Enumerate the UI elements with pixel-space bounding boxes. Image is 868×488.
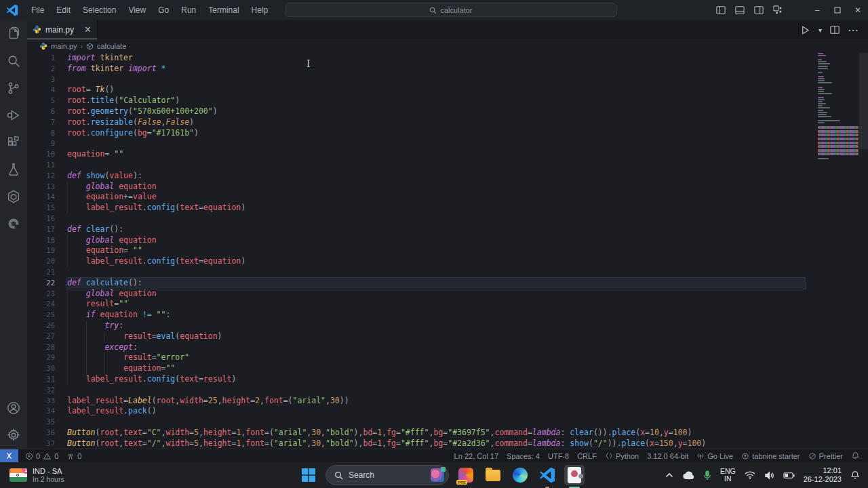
taskbar-search-box[interactable]: Search <box>326 465 449 485</box>
editor-scrollbar[interactable] <box>859 53 868 149</box>
run-python-file-button[interactable] <box>800 25 810 35</box>
code-line[interactable]: 20 label_result.config(text=equation) <box>27 256 868 267</box>
code-line[interactable]: 13 global equation <box>27 182 868 192</box>
run-dropdown-chevron-icon[interactable]: ▾ <box>818 26 822 34</box>
code-line[interactable]: 29 result="error" <box>27 352 868 363</box>
language-mode[interactable]: Python <box>601 452 643 460</box>
code-line[interactable]: 33label_result=Label(root,width=25,heigh… <box>27 396 868 407</box>
code-line[interactable]: 32 <box>27 385 868 396</box>
weather-sports-widget[interactable]: 1 IND - SA In 2 hours <box>0 467 156 483</box>
code-line[interactable]: 23 global equation <box>27 289 868 300</box>
code-line[interactable]: 14 equation+=value <box>27 192 868 203</box>
code-line[interactable]: 16 <box>27 214 868 224</box>
taskbar-clock[interactable]: 12:01 26-12-2023 <box>804 466 842 484</box>
language-indicator[interactable]: ENG IN <box>720 468 736 483</box>
toggle-panel-icon[interactable] <box>732 0 747 20</box>
code-line[interactable]: 26 try: <box>27 321 868 331</box>
m365-app-icon[interactable]: PRE <box>456 465 476 485</box>
minimap[interactable] <box>816 53 859 161</box>
code-editor[interactable]: 1import tkinter2from tkinter import *34r… <box>27 53 868 449</box>
menu-run[interactable]: Run <box>175 0 202 20</box>
tab-close-icon[interactable]: ✕ <box>84 24 92 35</box>
microphone-icon[interactable] <box>703 470 711 481</box>
notifications-bell-icon[interactable] <box>847 451 864 460</box>
onedrive-cloud-icon[interactable] <box>682 471 694 480</box>
code-line[interactable]: 27 result=eval(equation) <box>27 331 868 342</box>
tray-chevron-icon[interactable] <box>665 472 673 478</box>
code-line[interactable]: 8root.configure(bg="#17161b") <box>27 128 868 139</box>
code-line[interactable]: 18 global equation <box>27 235 868 246</box>
code-line[interactable]: 22def calculate(): <box>27 278 868 289</box>
python-interpreter[interactable]: 3.12.0 64-bit <box>643 452 692 460</box>
code-line[interactable]: 17def clear(): <box>27 224 868 235</box>
code-line[interactable]: 25 if equation != "": <box>27 310 868 321</box>
menu-edit[interactable]: Edit <box>50 0 77 20</box>
volume-icon[interactable] <box>764 471 774 480</box>
notification-bell-icon[interactable] <box>850 470 860 480</box>
code-line[interactable]: 35 <box>27 417 868 428</box>
file-explorer-icon[interactable] <box>483 465 503 485</box>
wifi-icon[interactable] <box>745 471 755 479</box>
code-line[interactable]: 24 result="" <box>27 299 868 310</box>
toggle-secondary-sidebar-icon[interactable] <box>751 0 766 20</box>
explorer-icon[interactable] <box>0 20 27 47</box>
encoding[interactable]: UTF-8 <box>544 452 573 460</box>
vscode-taskbar-icon[interactable] <box>537 465 557 485</box>
close-button[interactable]: ✕ <box>848 0 868 20</box>
container-extension-icon[interactable] <box>0 183 27 210</box>
battery-icon[interactable] <box>783 472 795 479</box>
code-line[interactable]: 4root= Tk() <box>27 85 868 96</box>
code-line[interactable]: 7root.resizable(False,False) <box>27 117 868 128</box>
minimize-button[interactable]: – <box>807 0 827 20</box>
testing-icon[interactable] <box>0 156 27 183</box>
prettier-status[interactable]: Prettier <box>804 452 847 460</box>
breadcrumb-symbol[interactable]: calculate <box>97 42 126 50</box>
search-highlight-art-icon[interactable] <box>431 468 444 482</box>
breadcrumb[interactable]: main.py › calculate <box>27 39 868 53</box>
maximize-button[interactable] <box>827 0 848 20</box>
source-control-icon[interactable] <box>0 75 27 102</box>
code-line[interactable]: 37Button(root,text="/",width=5,height=1,… <box>27 439 868 449</box>
code-line[interactable]: 30 equation="" <box>27 363 868 374</box>
code-line[interactable]: 31 label_result.config(text=result) <box>27 374 868 385</box>
remote-indicator[interactable] <box>0 449 18 463</box>
settings-gear-icon[interactable] <box>0 422 27 449</box>
code-line[interactable]: 12def show(value): <box>27 171 868 182</box>
accounts-icon[interactable] <box>0 394 27 422</box>
customize-layout-icon[interactable] <box>770 0 785 20</box>
tab-main-py[interactable]: main.py ✕ <box>27 20 98 39</box>
menu-go[interactable]: Go <box>152 0 175 20</box>
eol-sequence[interactable]: CRLF <box>573 452 601 460</box>
edge-browser-icon[interactable] <box>510 465 530 485</box>
toggle-sidebar-icon[interactable] <box>713 0 728 20</box>
screen-recorder-icon[interactable] <box>564 465 585 485</box>
run-debug-icon[interactable] <box>0 102 27 129</box>
errors-warnings[interactable]: 0 0 <box>21 452 62 460</box>
tabnine-icon[interactable] <box>0 210 27 237</box>
command-center-search[interactable]: calculator <box>285 3 617 17</box>
menu-help[interactable]: Help <box>245 0 275 20</box>
cursor-position[interactable]: Ln 22, Col 17 <box>450 452 502 460</box>
menu-view[interactable]: View <box>122 0 152 20</box>
code-line[interactable]: 36Button(root,text="C",width=5,height=1,… <box>27 428 868 439</box>
menu-terminal[interactable]: Terminal <box>202 0 245 20</box>
split-editor-icon[interactable] <box>830 25 840 35</box>
more-actions-icon[interactable]: ⋯ <box>848 24 859 37</box>
code-line[interactable]: 15 label_result.config(text=equation) <box>27 203 868 214</box>
extensions-icon[interactable] <box>0 129 27 156</box>
code-line[interactable]: 5root.title("Calculator") <box>27 96 868 106</box>
code-line[interactable]: 21 <box>27 267 868 278</box>
code-line[interactable]: 1import tkinter <box>27 53 868 64</box>
ports-indicator[interactable]: 0 <box>62 452 85 460</box>
menu-file[interactable]: File <box>25 0 50 20</box>
code-line[interactable]: 11 <box>27 160 868 171</box>
code-line[interactable]: 28 except: <box>27 342 868 353</box>
indentation[interactable]: Spaces: 4 <box>502 452 544 460</box>
code-line[interactable]: 3 <box>27 75 868 85</box>
code-line[interactable]: 9 <box>27 138 868 149</box>
code-line[interactable]: 34label_result.pack() <box>27 406 868 417</box>
code-line[interactable]: 6root.geometry("570x600+100+200") <box>27 106 868 117</box>
code-line[interactable]: 10equation= "" <box>27 149 868 160</box>
go-live-button[interactable]: Go Live <box>692 452 737 460</box>
code-line[interactable]: 19 equation= "" <box>27 245 868 256</box>
